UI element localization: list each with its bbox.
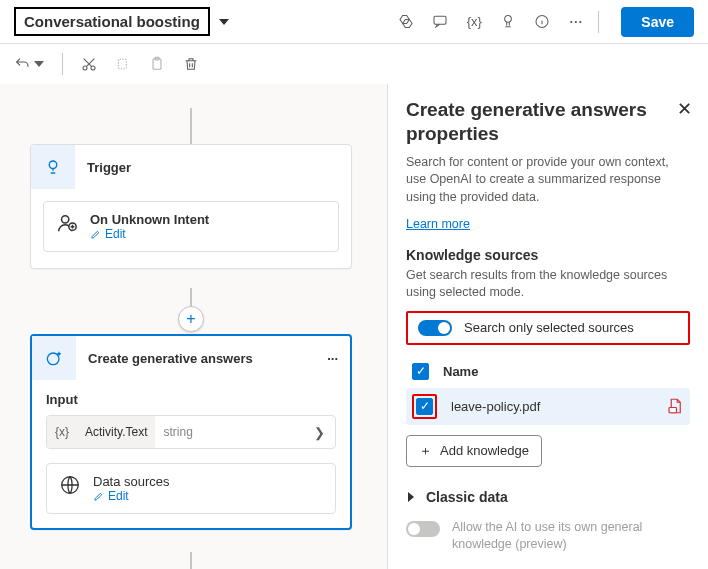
fx-chip: {x} <box>47 425 77 439</box>
trigger-sub-title: On Unknown Intent <box>90 212 209 227</box>
canvas[interactable]: Trigger On Unknown Intent Edit <box>0 84 388 569</box>
globe-icon <box>59 474 81 496</box>
source-checkbox[interactable]: ✓ <box>416 398 433 415</box>
generative-node[interactable]: Create generative answers ··· Input {x} … <box>30 334 352 530</box>
trigger-icon <box>31 145 75 189</box>
classic-data-section[interactable]: Classic data <box>406 489 690 505</box>
allow-ai-label: Allow the AI to use its own general know… <box>452 519 690 553</box>
search-mode-toggle-row: Search only selected sources <box>406 311 690 345</box>
copy-icon[interactable] <box>115 56 131 72</box>
close-button[interactable]: ✕ <box>677 98 692 120</box>
save-button[interactable]: Save <box>621 7 694 37</box>
trigger-edit-link[interactable]: Edit <box>90 227 209 241</box>
table-header-row: ✓ Name <box>406 355 690 388</box>
chevron-down-icon <box>34 61 44 67</box>
delete-icon[interactable] <box>183 56 199 72</box>
highlight-marker: ✓ <box>412 394 437 419</box>
info-icon[interactable] <box>534 14 550 30</box>
svg-point-11 <box>47 353 59 365</box>
allow-ai-toggle <box>406 521 440 537</box>
knowledge-desc: Get search results from the knowledge so… <box>406 267 690 301</box>
knowledge-row[interactable]: ✓ leave-policy.pdf <box>406 388 690 425</box>
more-icon[interactable]: ··· <box>568 14 584 30</box>
variables-icon[interactable]: {x} <box>466 14 482 30</box>
learn-more-link[interactable]: Learn more <box>406 217 470 231</box>
panel-title: Create generative answers properties <box>406 98 690 146</box>
chevron-down-icon[interactable] <box>216 14 232 30</box>
gen-title: Create generative answers <box>76 351 253 366</box>
person-icon <box>56 212 78 234</box>
topic-dropdown[interactable]: Conversational boosting <box>14 7 210 36</box>
svg-point-8 <box>49 161 57 169</box>
plus-icon: ＋ <box>419 442 432 460</box>
chevron-right-icon <box>408 492 414 502</box>
undo-button[interactable] <box>14 56 44 72</box>
input-field[interactable]: {x} Activity.Text string ❯ <box>46 415 336 449</box>
svg-rect-13 <box>669 408 677 413</box>
col-name: Name <box>443 364 478 379</box>
input-type: string <box>155 425 200 439</box>
search-only-toggle[interactable] <box>418 320 452 336</box>
add-knowledge-button[interactable]: ＋ Add knowledge <box>406 435 542 467</box>
paste-icon[interactable] <box>149 56 165 72</box>
file-name: leave-policy.pdf <box>451 399 540 414</box>
data-sources-card[interactable]: Data sources Edit <box>46 463 336 514</box>
sparkle-icon <box>32 336 76 380</box>
knowledge-heading: Knowledge sources <box>406 247 690 263</box>
input-expression: Activity.Text <box>77 425 155 439</box>
select-all-checkbox[interactable]: ✓ <box>412 363 429 380</box>
trigger-title: Trigger <box>75 160 131 175</box>
node-more-icon[interactable]: ··· <box>327 351 338 366</box>
trigger-node[interactable]: Trigger On Unknown Intent Edit <box>30 144 352 269</box>
chevron-right-icon[interactable]: ❯ <box>304 425 335 440</box>
debug-icon[interactable] <box>500 14 516 30</box>
ds-edit-link[interactable]: Edit <box>93 489 170 503</box>
panel-desc: Search for content or provide your own c… <box>406 154 690 207</box>
toggle-label: Search only selected sources <box>464 320 634 335</box>
input-label: Input <box>32 380 350 415</box>
comment-icon[interactable] <box>432 14 448 30</box>
svg-point-1 <box>505 16 512 23</box>
svg-point-9 <box>62 216 69 223</box>
pdf-icon <box>666 396 684 416</box>
cut-icon[interactable] <box>81 56 97 72</box>
svg-rect-5 <box>118 59 126 68</box>
ds-title: Data sources <box>93 474 170 489</box>
trigger-sub-card[interactable]: On Unknown Intent Edit <box>43 201 339 252</box>
add-node-button[interactable]: + <box>178 306 204 332</box>
copilot-icon[interactable] <box>398 14 414 30</box>
svg-rect-0 <box>434 16 446 24</box>
allow-ai-row: Allow the AI to use its own general know… <box>406 519 690 553</box>
topic-name: Conversational boosting <box>24 13 200 30</box>
